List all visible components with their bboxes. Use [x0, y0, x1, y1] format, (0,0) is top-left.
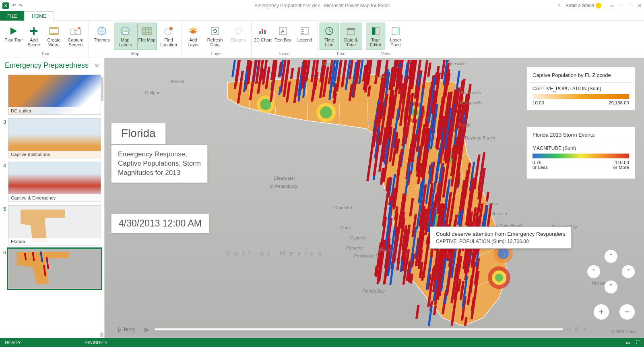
city-label: t Pierce — [483, 201, 498, 206]
zoom-out-button[interactable]: − — [619, 304, 635, 320]
loop-button[interactable]: ↻ — [566, 326, 571, 332]
refresh-data-button[interactable]: Refresh Data — [204, 23, 226, 50]
svg-rect-5 — [50, 33, 58, 35]
city-label: St Petersburg — [270, 184, 297, 189]
legend-population[interactable]: Captive Population by FL Zipcode CAPTIVE… — [526, 67, 635, 110]
city-label: Gulfport — [145, 90, 161, 95]
pane-icon — [390, 25, 401, 37]
group-tour: Play Tour Add Scene Create Video Capture… — [2, 22, 89, 58]
pan-left-button[interactable]: ˂ — [587, 265, 601, 278]
minimize-button[interactable]: — — [619, 3, 623, 8]
gulf-label: Gulf of Mexico — [225, 249, 326, 258]
timeline-slider[interactable] — [155, 328, 563, 330]
scene-item[interactable]: DC outlier — [3, 75, 101, 115]
svg-rect-8 — [78, 27, 80, 29]
time-line-button[interactable]: Time Line — [320, 23, 339, 50]
map-labels-button[interactable]: Map Labels — [114, 23, 136, 50]
legend-button[interactable]: Legend — [293, 23, 316, 50]
scene-item[interactable]: 4 Captive & Emergency — [3, 162, 101, 202]
scene-item[interactable]: 5 Florida — [3, 205, 101, 245]
globe-icon — [96, 25, 107, 37]
title-bar: X ↶ ↷ Emergency Preparedness.xlsx - Micr… — [0, 0, 644, 11]
svg-rect-26 — [302, 29, 303, 30]
city-label: Clearwater — [274, 176, 295, 181]
svg-point-44 — [445, 151, 456, 162]
tooltip-value: CAPTIVE_POPULATION (Sum): 12,706.00 — [436, 239, 566, 244]
themes-button[interactable]: Themes — [91, 23, 113, 50]
legend-icon — [299, 25, 310, 37]
view-fullscreen-button[interactable]: ⛶ — [636, 340, 641, 345]
group-time: Time Line Date & Time Time — [318, 22, 364, 58]
shapes-icon — [233, 25, 244, 37]
clock-icon — [324, 25, 335, 37]
find-location-button[interactable]: Find Location — [157, 23, 180, 50]
undo-button[interactable]: ↶ — [12, 3, 16, 8]
redo-button[interactable]: ↷ — [19, 3, 23, 8]
calendar-icon — [345, 25, 357, 37]
scene-list[interactable]: DC outlier 3 Captive Institutions 4 Capt… — [0, 73, 104, 338]
text-box-button[interactable]: AText Box — [273, 23, 293, 50]
city-label: Jacksonville — [459, 100, 483, 105]
city-label: Hollywood — [374, 247, 395, 252]
map-description-box[interactable]: Emergency Response, Captive Populations,… — [111, 145, 208, 183]
play-tour-button[interactable]: Play Tour — [4, 23, 23, 50]
svg-marker-0 — [10, 27, 17, 35]
time-playback-bar: bing ▶ ↻ ⚙ ✕ — [117, 324, 588, 335]
pan-up-button[interactable]: ˄ — [604, 249, 618, 263]
layer-pane-button[interactable]: Layer Pane — [386, 23, 405, 50]
scrollbar-bottom-arrow[interactable] — [100, 332, 103, 337]
map-canvas[interactable]: Albany Hinesville Valdosta Mobile Gulfpo… — [105, 58, 644, 338]
pan-right-button[interactable]: ˃ — [621, 265, 635, 278]
maximize-button[interactable]: ☐ — [628, 3, 633, 8]
shapes-button: Shapes — [227, 23, 250, 50]
date-time-button[interactable]: Date & Time — [340, 23, 362, 50]
svg-rect-6 — [71, 29, 80, 35]
excel-icon: X — [2, 2, 9, 9]
close-button[interactable]: ✕ — [638, 3, 642, 8]
tab-file[interactable]: FILE — [0, 11, 25, 21]
city-label: Coral — [340, 225, 351, 230]
close-timeline-button[interactable]: ✕ — [583, 326, 588, 332]
pan-down-button[interactable]: ˅ — [604, 280, 618, 294]
film-icon — [48, 25, 60, 37]
view-normal-button[interactable]: ▭ — [626, 340, 630, 345]
scene-item[interactable]: 3 Captive Institutions — [3, 118, 101, 158]
help-button[interactable]: ? — [558, 3, 561, 8]
svg-text:A: A — [281, 28, 285, 34]
tour-editor-button[interactable]: Tour Editor — [366, 23, 385, 50]
ribbon-options-button[interactable]: ▭ — [609, 3, 614, 8]
map-title-box[interactable]: Florida — [111, 123, 166, 144]
window-title: Emergency Preparedness.xlsx - Microsoft … — [254, 3, 390, 8]
group-layer: +Add Layer Refresh Data Shapes Layer — [182, 22, 252, 58]
add-scene-button[interactable]: Add Scene — [24, 23, 43, 50]
settings-button[interactable]: ⚙ — [574, 326, 580, 332]
city-label: Valdosta — [374, 74, 391, 79]
zoom-in-button[interactable]: + — [593, 304, 609, 320]
add-layer-button[interactable]: +Add Layer — [184, 23, 203, 50]
city-label: Hinesville — [447, 61, 466, 66]
nokia-attribution: © 2013 Nokia — [611, 330, 636, 334]
tooltip-title: Could deserve attention from Emergency R… — [436, 231, 566, 237]
city-label: Preserve — [346, 245, 364, 250]
svg-point-49 — [495, 274, 503, 282]
2d-chart-button[interactable]: 2D Chart — [253, 23, 272, 50]
bing-attribution: bing — [117, 326, 134, 332]
city-label: Brunswick — [461, 90, 481, 95]
legend-storm[interactable]: Florida 2013 Storm Events MAGNITUDE (Sum… — [526, 127, 635, 179]
close-panel-button[interactable]: ✕ — [95, 62, 99, 69]
send-smile-button[interactable]: Send a Smile — [566, 3, 601, 8]
svg-rect-11 — [123, 32, 128, 34]
flat-map-button[interactable]: Flat Map — [137, 23, 157, 50]
tab-home[interactable]: HOME — [24, 11, 54, 21]
pin-globe-icon — [163, 25, 174, 37]
svg-rect-21 — [262, 29, 263, 34]
refresh-icon — [209, 25, 221, 37]
globe-label-icon — [120, 25, 131, 37]
capture-screen-button[interactable]: Capture Screen — [64, 23, 87, 50]
play-button[interactable]: ▶ — [142, 326, 151, 333]
scene-item-selected[interactable]: 6 — [3, 249, 101, 289]
map-time-box[interactable]: 4/30/2013 12:00 AM — [111, 214, 209, 233]
create-video-button[interactable]: Create Video — [44, 23, 64, 50]
map-nav-controls: ˄ ˂ ˃ ˅ — [587, 249, 635, 298]
svg-rect-27 — [302, 31, 303, 32]
